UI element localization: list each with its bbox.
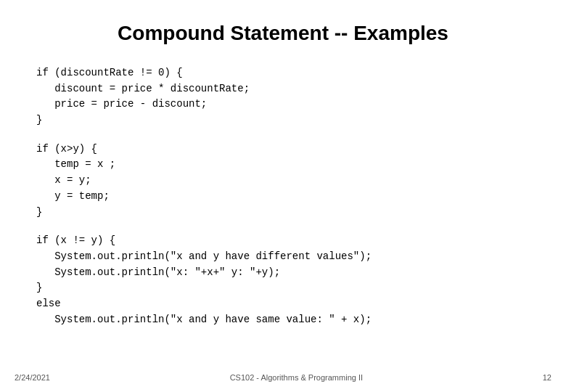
code-block-3: if (x != y) { System.out.println("x and … [36,233,530,327]
code-line: System.out.println("x and y have same va… [36,312,530,328]
code-line: if (x>y) { [36,142,530,158]
slide: Compound Statement -- Examples if (disco… [0,0,566,392]
code-line: if (x != y) { [36,233,530,249]
code-line: discount = price * discountRate; [36,81,530,97]
code-line: temp = x ; [36,157,530,173]
code-line: } [36,113,530,128]
footer-date: 2/24/2021 [15,373,50,382]
footer-page: 12 [543,373,551,382]
code-line: if (discountRate != 0) { [36,65,530,81]
code-line: } [36,205,530,221]
code-line: System.out.println("x: "+x+" y: "+y); [36,265,530,281]
code-line: y = temp; [36,189,530,205]
code-line: x = y; [36,173,530,189]
code-block-1: if (discountRate != 0) { discount = pric… [36,65,530,128]
code-line: System.out.println("x and y have differe… [36,249,530,265]
code-line: price = price - discount; [36,97,530,113]
slide-title: Compound Statement -- Examples [36,22,530,45]
code-line: } [36,280,530,296]
footer-course: CS102 - Algorithms & Programming II [230,373,363,382]
code-line: else [36,296,530,312]
code-block-2: if (x>y) { temp = x ; x = y; y = temp; } [36,142,530,220]
footer: 2/24/2021 CS102 - Algorithms & Programmi… [0,373,566,382]
